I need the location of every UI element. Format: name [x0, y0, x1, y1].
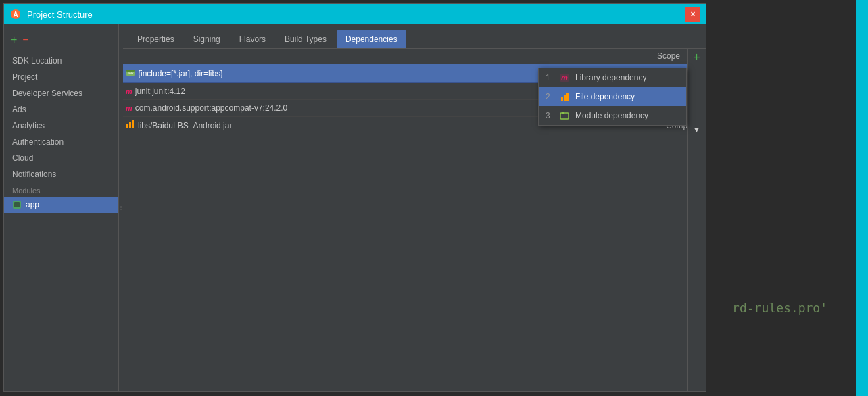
sidebar-add-button[interactable]: +: [9, 32, 18, 47]
dep-name-junit: junit:junit:4.12: [135, 86, 185, 96]
title-bar: A Project Structure ×: [4, 4, 706, 24]
dep-move-down-button[interactable]: ▼: [693, 126, 700, 134]
scope-header: Scope: [604, 51, 685, 61]
sidebar-label-cloud: Cloud: [12, 153, 33, 163]
sidebar-item-sdk-location[interactable]: SDK Location: [4, 53, 118, 69]
dropdown-item-file[interactable]: 2 File dependency: [539, 87, 686, 106]
sidebar-remove-button[interactable]: −: [21, 32, 30, 47]
svg-rect-13: [564, 95, 566, 101]
sidebar-label-sdk-location: SDK Location: [12, 56, 62, 66]
tab-build-types[interactable]: Build Types: [276, 30, 335, 48]
sidebar-label-project: Project: [12, 72, 37, 82]
svg-rect-9: [132, 120, 134, 128]
sidebar-label-app: app: [26, 200, 39, 209]
main-content: Properties Signing Flavors Build Types D…: [123, 24, 706, 391]
dep-name-jar: {include=[*.jar], dir=libs}: [138, 69, 223, 78]
project-structure-dialog: A Project Structure × + − SDK Location P…: [3, 3, 706, 392]
tabs-bar: Properties Signing Flavors Build Types D…: [123, 24, 706, 49]
dep-icon-baidu: [126, 120, 135, 130]
dropdown-num-1: 1: [546, 73, 554, 82]
svg-text:JAR: JAR: [127, 71, 134, 75]
dropdown-num-2: 2: [546, 92, 554, 101]
bg-code-text: rd-rules.pro': [732, 301, 827, 315]
dropdown-menu: 1 m Library dependency 2: [538, 68, 687, 126]
dep-icon-appcompat: m: [126, 104, 132, 112]
dropdown-item-library[interactable]: 1 m Library dependency: [539, 68, 686, 87]
svg-text:A: A: [13, 11, 18, 18]
dep-add-button[interactable]: +: [693, 51, 700, 64]
svg-text:m: m: [561, 74, 568, 82]
file-dep-icon: [559, 91, 570, 102]
svg-rect-16: [562, 112, 564, 114]
sidebar-item-ads[interactable]: Ads: [4, 101, 118, 118]
dropdown-label-module: Module dependency: [575, 111, 648, 120]
library-dep-icon: m: [559, 72, 570, 83]
content-area: Scope JAR {include=[*.jar], dir=libs}: [123, 49, 706, 391]
dropdown-item-module[interactable]: 3 Module dependency: [539, 106, 686, 125]
close-button[interactable]: ×: [685, 7, 700, 22]
sidebar-item-authentication[interactable]: Authentication: [4, 134, 118, 150]
dep-name-baidu: libs/BaiduLBS_Android.jar: [138, 121, 232, 130]
svg-rect-7: [126, 124, 128, 128]
dialog-body: + − SDK Location Project Developer Servi…: [4, 24, 706, 391]
app-module-icon: [12, 200, 22, 209]
sidebar-label-authentication: Authentication: [12, 137, 64, 147]
svg-rect-3: [14, 202, 20, 207]
dep-name-appcompat: com.android.support:appcompat-v7:24.2.0: [135, 103, 287, 113]
sidebar: + − SDK Location Project Developer Servi…: [4, 24, 119, 391]
sidebar-toolbar: + −: [4, 30, 118, 53]
title-bar-left: A Project Structure: [9, 8, 93, 20]
modules-section-label: Modules: [4, 182, 118, 197]
dropdown-label-library: Library dependency: [575, 73, 646, 82]
sidebar-label-notifications: Notifications: [12, 170, 56, 179]
sidebar-item-project[interactable]: Project: [4, 69, 118, 85]
tab-properties[interactable]: Properties: [128, 30, 183, 48]
sidebar-item-developer-services[interactable]: Developer Services: [4, 85, 118, 101]
sidebar-label-analytics: Analytics: [12, 121, 45, 130]
tab-signing[interactable]: Signing: [185, 30, 229, 48]
dep-icon-junit: m: [126, 87, 132, 95]
tab-flavors[interactable]: Flavors: [231, 30, 274, 48]
dropdown-label-file: File dependency: [575, 92, 635, 101]
svg-rect-14: [566, 93, 569, 101]
dep-icon-jar: JAR: [126, 68, 135, 79]
sidebar-label-ads: Ads: [12, 105, 26, 114]
dropdown-num-3: 3: [546, 111, 554, 120]
sidebar-label-developer-services: Developer Services: [12, 89, 82, 98]
svg-rect-15: [560, 113, 569, 119]
sidebar-item-analytics[interactable]: Analytics: [4, 118, 118, 134]
svg-rect-12: [561, 97, 563, 101]
app-icon: A: [9, 8, 22, 20]
svg-rect-8: [129, 122, 131, 128]
sidebar-item-notifications[interactable]: Notifications: [4, 166, 118, 182]
bg-cyan-bar: [856, 0, 868, 396]
tab-dependencies[interactable]: Dependencies: [337, 30, 406, 48]
sidebar-item-cloud[interactable]: Cloud: [4, 150, 118, 166]
module-dep-icon: [559, 110, 570, 121]
dialog-title: Project Structure: [27, 9, 93, 20]
sidebar-item-app[interactable]: app: [4, 197, 118, 213]
